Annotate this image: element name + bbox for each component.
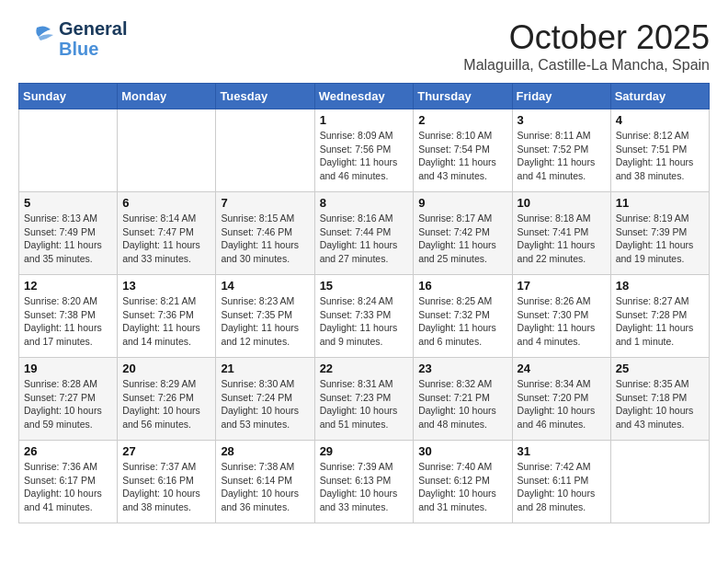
day-info: Sunrise: 8:34 AM Sunset: 7:20 PM Dayligh… bbox=[518, 377, 606, 431]
calendar-cell bbox=[19, 109, 118, 192]
day-number: 16 bbox=[418, 279, 506, 293]
calendar-cell: 21Sunrise: 8:30 AM Sunset: 7:24 PM Dayli… bbox=[216, 358, 314, 441]
calendar-cell: 3Sunrise: 8:11 AM Sunset: 7:52 PM Daylig… bbox=[512, 109, 610, 192]
day-number: 8 bbox=[320, 196, 409, 210]
calendar-cell: 19Sunrise: 8:28 AM Sunset: 7:27 PM Dayli… bbox=[19, 358, 118, 441]
day-info: Sunrise: 8:31 AM Sunset: 7:23 PM Dayligh… bbox=[320, 377, 409, 431]
calendar-cell: 27Sunrise: 7:37 AM Sunset: 6:16 PM Dayli… bbox=[118, 441, 216, 523]
calendar-cell: 13Sunrise: 8:21 AM Sunset: 7:36 PM Dayli… bbox=[118, 275, 216, 358]
calendar-cell: 9Sunrise: 8:17 AM Sunset: 7:42 PM Daylig… bbox=[414, 192, 512, 275]
weekday-header: Monday bbox=[118, 84, 216, 109]
day-number: 12 bbox=[24, 279, 112, 293]
day-info: Sunrise: 7:38 AM Sunset: 6:14 PM Dayligh… bbox=[221, 460, 309, 514]
weekday-header: Sunday bbox=[19, 84, 118, 109]
calendar-cell: 11Sunrise: 8:19 AM Sunset: 7:39 PM Dayli… bbox=[610, 192, 709, 275]
day-info: Sunrise: 8:11 AM Sunset: 7:52 PM Dayligh… bbox=[518, 129, 606, 183]
calendar-cell: 20Sunrise: 8:29 AM Sunset: 7:26 PM Dayli… bbox=[118, 358, 216, 441]
day-info: Sunrise: 8:25 AM Sunset: 7:32 PM Dayligh… bbox=[418, 294, 506, 349]
calendar-table: SundayMondayTuesdayWednesdayThursdayFrid… bbox=[18, 83, 710, 523]
calendar-cell: 4Sunrise: 8:12 AM Sunset: 7:51 PM Daylig… bbox=[610, 109, 709, 192]
logo: General Blue bbox=[18, 18, 127, 59]
day-number: 14 bbox=[221, 279, 309, 293]
calendar-cell: 6Sunrise: 8:14 AM Sunset: 7:47 PM Daylig… bbox=[118, 192, 216, 275]
day-info: Sunrise: 8:21 AM Sunset: 7:36 PM Dayligh… bbox=[122, 294, 210, 349]
calendar-cell: 30Sunrise: 7:40 AM Sunset: 6:12 PM Dayli… bbox=[414, 441, 512, 523]
day-info: Sunrise: 8:32 AM Sunset: 7:21 PM Dayligh… bbox=[418, 377, 506, 431]
day-info: Sunrise: 7:39 AM Sunset: 6:13 PM Dayligh… bbox=[320, 460, 409, 514]
day-info: Sunrise: 8:18 AM Sunset: 7:41 PM Dayligh… bbox=[518, 212, 606, 266]
logo-icon bbox=[18, 20, 55, 57]
day-number: 10 bbox=[518, 196, 606, 210]
calendar-cell: 14Sunrise: 8:23 AM Sunset: 7:35 PM Dayli… bbox=[216, 275, 314, 358]
day-info: Sunrise: 8:29 AM Sunset: 7:26 PM Dayligh… bbox=[122, 377, 210, 431]
calendar-cell: 26Sunrise: 7:36 AM Sunset: 6:17 PM Dayli… bbox=[19, 441, 118, 523]
day-info: Sunrise: 8:30 AM Sunset: 7:24 PM Dayligh… bbox=[221, 377, 309, 431]
weekday-header: Tuesday bbox=[216, 84, 314, 109]
location-title: Malaguilla, Castille-La Mancha, Spain bbox=[463, 57, 710, 74]
calendar-cell: 16Sunrise: 8:25 AM Sunset: 7:32 PM Dayli… bbox=[414, 275, 512, 358]
weekday-header: Friday bbox=[512, 84, 610, 109]
calendar-cell bbox=[610, 441, 709, 523]
calendar-cell: 29Sunrise: 7:39 AM Sunset: 6:13 PM Dayli… bbox=[314, 441, 414, 523]
day-number: 18 bbox=[616, 279, 704, 293]
calendar-cell: 18Sunrise: 8:27 AM Sunset: 7:28 PM Dayli… bbox=[610, 275, 709, 358]
day-number: 11 bbox=[616, 196, 704, 210]
day-number: 27 bbox=[122, 444, 210, 458]
day-number: 28 bbox=[221, 444, 309, 458]
title-section: October 2025 Malaguilla, Castille-La Man… bbox=[463, 18, 710, 74]
day-number: 9 bbox=[418, 196, 506, 210]
day-number: 19 bbox=[24, 362, 112, 375]
day-info: Sunrise: 8:23 AM Sunset: 7:35 PM Dayligh… bbox=[221, 294, 309, 349]
day-number: 21 bbox=[221, 362, 309, 375]
week-row: 5Sunrise: 8:13 AM Sunset: 7:49 PM Daylig… bbox=[19, 192, 710, 275]
calendar-cell: 22Sunrise: 8:31 AM Sunset: 7:23 PM Dayli… bbox=[314, 358, 414, 441]
day-info: Sunrise: 8:10 AM Sunset: 7:54 PM Dayligh… bbox=[418, 129, 506, 183]
day-info: Sunrise: 8:27 AM Sunset: 7:28 PM Dayligh… bbox=[616, 294, 704, 349]
day-number: 7 bbox=[221, 196, 309, 210]
day-info: Sunrise: 8:14 AM Sunset: 7:47 PM Dayligh… bbox=[122, 212, 210, 266]
calendar-cell: 12Sunrise: 8:20 AM Sunset: 7:38 PM Dayli… bbox=[19, 275, 118, 358]
day-number: 1 bbox=[320, 113, 409, 127]
day-number: 29 bbox=[320, 444, 409, 458]
day-number: 6 bbox=[122, 196, 210, 210]
weekday-header: Thursday bbox=[414, 84, 512, 109]
calendar-cell: 7Sunrise: 8:15 AM Sunset: 7:46 PM Daylig… bbox=[216, 192, 314, 275]
day-number: 30 bbox=[418, 444, 506, 458]
day-number: 26 bbox=[24, 444, 112, 458]
day-info: Sunrise: 8:09 AM Sunset: 7:56 PM Dayligh… bbox=[320, 129, 409, 183]
day-info: Sunrise: 8:24 AM Sunset: 7:33 PM Dayligh… bbox=[320, 294, 409, 349]
calendar-cell bbox=[216, 109, 314, 192]
weekday-header: Saturday bbox=[610, 84, 709, 109]
day-info: Sunrise: 8:19 AM Sunset: 7:39 PM Dayligh… bbox=[616, 212, 704, 266]
calendar-cell: 24Sunrise: 8:34 AM Sunset: 7:20 PM Dayli… bbox=[512, 358, 610, 441]
calendar-cell: 10Sunrise: 8:18 AM Sunset: 7:41 PM Dayli… bbox=[512, 192, 610, 275]
week-row: 19Sunrise: 8:28 AM Sunset: 7:27 PM Dayli… bbox=[19, 358, 710, 441]
day-number: 13 bbox=[122, 279, 210, 293]
day-info: Sunrise: 7:40 AM Sunset: 6:12 PM Dayligh… bbox=[418, 460, 506, 514]
day-info: Sunrise: 8:13 AM Sunset: 7:49 PM Dayligh… bbox=[24, 212, 112, 266]
day-info: Sunrise: 7:37 AM Sunset: 6:16 PM Dayligh… bbox=[122, 460, 210, 514]
day-info: Sunrise: 8:15 AM Sunset: 7:46 PM Dayligh… bbox=[221, 212, 309, 266]
week-row: 1Sunrise: 8:09 AM Sunset: 7:56 PM Daylig… bbox=[19, 109, 710, 192]
day-info: Sunrise: 8:12 AM Sunset: 7:51 PM Dayligh… bbox=[616, 129, 704, 183]
calendar-cell: 1Sunrise: 8:09 AM Sunset: 7:56 PM Daylig… bbox=[314, 109, 414, 192]
day-number: 2 bbox=[418, 113, 506, 127]
day-info: Sunrise: 8:17 AM Sunset: 7:42 PM Dayligh… bbox=[418, 212, 506, 266]
calendar-cell: 28Sunrise: 7:38 AM Sunset: 6:14 PM Dayli… bbox=[216, 441, 314, 523]
day-info: Sunrise: 8:26 AM Sunset: 7:30 PM Dayligh… bbox=[518, 294, 606, 349]
day-number: 22 bbox=[320, 362, 409, 375]
calendar-cell: 31Sunrise: 7:42 AM Sunset: 6:11 PM Dayli… bbox=[512, 441, 610, 523]
day-number: 3 bbox=[518, 113, 606, 127]
day-number: 24 bbox=[518, 362, 606, 375]
calendar-cell bbox=[118, 109, 216, 192]
day-number: 15 bbox=[320, 279, 409, 293]
day-number: 4 bbox=[616, 113, 704, 127]
day-info: Sunrise: 8:20 AM Sunset: 7:38 PM Dayligh… bbox=[24, 294, 112, 349]
calendar-cell: 23Sunrise: 8:32 AM Sunset: 7:21 PM Dayli… bbox=[414, 358, 512, 441]
logo-line1: General bbox=[59, 18, 127, 39]
day-number: 23 bbox=[418, 362, 506, 375]
calendar-cell: 2Sunrise: 8:10 AM Sunset: 7:54 PM Daylig… bbox=[414, 109, 512, 192]
header: General Blue October 2025 Malaguilla, Ca… bbox=[18, 18, 710, 74]
day-info: Sunrise: 8:35 AM Sunset: 7:18 PM Dayligh… bbox=[616, 377, 704, 431]
day-number: 25 bbox=[616, 362, 704, 375]
